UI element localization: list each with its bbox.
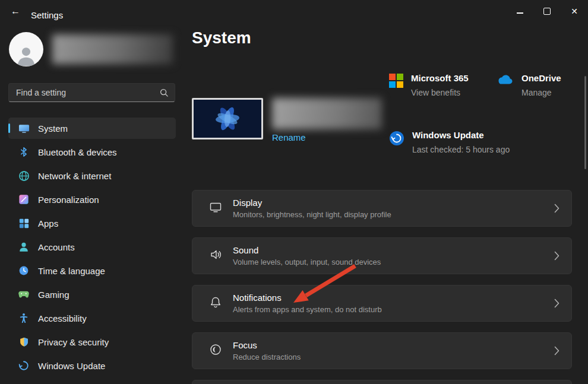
maximize-button[interactable] bbox=[533, 0, 561, 23]
scrollbar-thumb[interactable] bbox=[584, 76, 586, 169]
quick-link-windows-update: Windows Update Last checked: 5 hours ago bbox=[389, 129, 514, 155]
minimize-icon bbox=[517, 12, 523, 14]
close-icon: ✕ bbox=[571, 7, 578, 15]
titlebar: ← Settings ✕ bbox=[0, 0, 588, 24]
sidebar-item-accessibility[interactable]: Accessibility bbox=[8, 307, 176, 329]
sidebar-item-label: Personalization bbox=[38, 195, 99, 205]
focus-icon bbox=[209, 343, 222, 358]
sidebar-item-gaming[interactable]: Gaming bbox=[8, 284, 176, 305]
sidebar-item-label: Network & internet bbox=[38, 171, 111, 181]
quick-link-title: OneDrive bbox=[521, 72, 561, 84]
device-wallpaper-thumbnail bbox=[192, 98, 263, 139]
card-display[interactable]: Display Monitors, brightness, night ligh… bbox=[192, 190, 572, 227]
sidebar-item-apps[interactable]: Apps bbox=[8, 212, 176, 234]
sidebar-item-system[interactable]: System bbox=[8, 118, 176, 139]
card-subtitle: Reduce distractions bbox=[233, 353, 543, 361]
card-title: Focus bbox=[233, 340, 543, 350]
card-focus[interactable]: Focus Reduce distractions bbox=[192, 332, 572, 369]
sidebar-item-label: Accessibility bbox=[38, 313, 87, 323]
globe-icon bbox=[18, 170, 30, 182]
card-subtitle: Volume levels, output, input, sound devi… bbox=[233, 258, 543, 266]
card-subtitle: Alerts from apps and system, do not dist… bbox=[233, 305, 543, 314]
quick-link-title: Microsoft 365 bbox=[411, 72, 469, 84]
chevron-right-icon bbox=[554, 346, 559, 356]
system-icon bbox=[18, 122, 30, 134]
sidebar-item-personalization[interactable]: Personalization bbox=[8, 189, 176, 210]
device-meta: Rename bbox=[272, 98, 382, 143]
card-title: Sound bbox=[233, 245, 543, 255]
rename-link[interactable]: Rename bbox=[272, 132, 306, 142]
account-person-icon bbox=[18, 241, 30, 253]
quick-link-title: Windows Update bbox=[412, 129, 514, 141]
quick-link-microsoft-365: Microsoft 365 View benefits bbox=[389, 72, 469, 99]
sidebar-item-label: Windows Update bbox=[38, 361, 105, 371]
chevron-right-icon bbox=[554, 299, 559, 308]
user-avatar bbox=[9, 32, 43, 66]
settings-window: ← Settings ✕ bbox=[0, 0, 588, 384]
sidebar-item-bluetooth-devices[interactable]: Bluetooth & devices bbox=[8, 141, 176, 163]
window-controls: ✕ bbox=[506, 0, 588, 23]
sidebar-item-label: Apps bbox=[38, 218, 58, 229]
card-title: Notifications bbox=[233, 293, 543, 303]
sidebar: System Bluetooth & devices bbox=[0, 24, 184, 384]
paintbrush-icon bbox=[18, 193, 30, 205]
bluetooth-icon bbox=[18, 146, 30, 158]
windows-update-icon bbox=[389, 131, 404, 148]
shield-icon bbox=[18, 336, 30, 348]
bell-icon bbox=[209, 296, 222, 311]
device-name-redacted bbox=[272, 98, 382, 129]
chevron-right-icon bbox=[554, 251, 559, 261]
main-content: System Rename bbox=[184, 24, 588, 384]
apps-grid-icon bbox=[18, 217, 30, 229]
speaker-icon bbox=[209, 248, 222, 264]
page-title: System bbox=[192, 28, 251, 47]
window-title: Settings bbox=[31, 10, 63, 20]
last-checked-status: Last checked: 5 hours ago bbox=[412, 144, 514, 155]
update-arrows-icon bbox=[18, 360, 30, 372]
minimize-button[interactable] bbox=[506, 0, 533, 23]
view-benefits-link[interactable]: View benefits bbox=[411, 87, 469, 99]
sidebar-item-network-internet[interactable]: Network & internet bbox=[8, 165, 176, 186]
sidebar-item-windows-update[interactable]: Windows Update bbox=[8, 355, 176, 376]
manage-link[interactable]: Manage bbox=[521, 87, 561, 99]
sidebar-item-label: Gaming bbox=[38, 290, 69, 300]
person-icon bbox=[14, 44, 38, 66]
onedrive-cloud-icon bbox=[496, 74, 514, 88]
card-title: Display bbox=[233, 198, 543, 208]
close-button[interactable]: ✕ bbox=[561, 0, 588, 23]
search-box[interactable] bbox=[8, 83, 175, 102]
clock-icon bbox=[18, 265, 30, 277]
quick-link-onedrive: OneDrive Manage bbox=[496, 72, 561, 99]
user-profile bbox=[9, 32, 173, 66]
sidebar-item-label: Time & language bbox=[38, 266, 105, 276]
sidebar-item-time-language[interactable]: Time & language bbox=[8, 260, 176, 281]
card-notifications[interactable]: Notifications Alerts from apps and syste… bbox=[192, 285, 572, 322]
maximize-icon bbox=[543, 8, 551, 15]
microsoft-logo-icon bbox=[389, 74, 403, 88]
sidebar-item-label: Accounts bbox=[38, 242, 75, 252]
back-button[interactable]: ← bbox=[5, 2, 26, 21]
settings-cards: Display Monitors, brightness, night ligh… bbox=[192, 190, 572, 384]
device-section: Rename bbox=[192, 98, 382, 143]
game-controller-icon bbox=[18, 288, 30, 300]
sidebar-item-label: Privacy & security bbox=[38, 337, 109, 347]
display-icon bbox=[209, 201, 222, 216]
sidebar-item-accounts[interactable]: Accounts bbox=[8, 236, 176, 258]
accessibility-person-icon bbox=[18, 312, 30, 324]
back-icon: ← bbox=[11, 6, 20, 16]
user-name-redacted bbox=[52, 34, 173, 64]
card-subtitle: Monitors, brightness, night light, displ… bbox=[233, 210, 543, 219]
sidebar-nav: System Bluetooth & devices bbox=[0, 118, 184, 379]
sidebar-item-privacy-security[interactable]: Privacy & security bbox=[8, 331, 176, 353]
sidebar-item-label: System bbox=[38, 123, 68, 134]
chevron-right-icon bbox=[554, 204, 559, 213]
search-icon[interactable] bbox=[160, 88, 169, 97]
sidebar-item-label: Bluetooth & devices bbox=[38, 147, 117, 157]
search-input[interactable] bbox=[15, 87, 160, 98]
card-partial[interactable] bbox=[192, 380, 572, 384]
card-sound[interactable]: Sound Volume levels, output, input, soun… bbox=[192, 237, 572, 274]
quick-links: Microsoft 365 View benefits OneDrive Man… bbox=[389, 72, 588, 203]
